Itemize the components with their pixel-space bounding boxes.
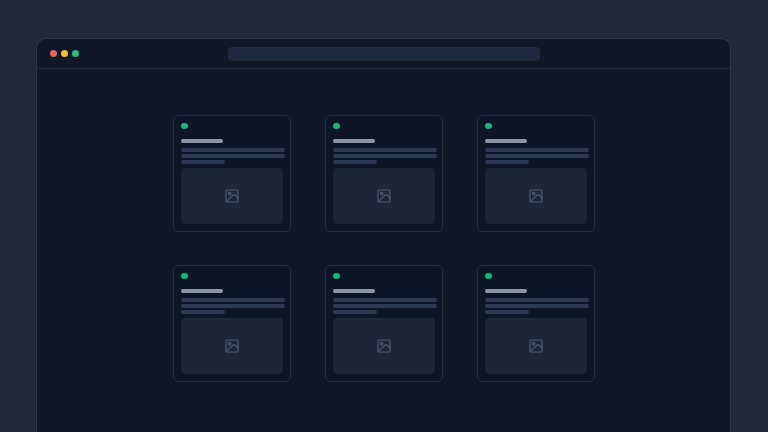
titlebar [37,39,730,69]
image-icon [528,338,544,354]
skeleton-line [485,310,529,314]
skeleton-card[interactable] [173,265,291,382]
skeleton-line [485,160,529,164]
skeleton-line [333,154,437,158]
image-placeholder [333,318,435,374]
skeleton-text-lines [485,289,587,318]
skeleton-text-lines [333,289,435,318]
status-dot [333,123,340,129]
skeleton-card[interactable] [325,265,443,382]
skeleton-text-lines [333,139,435,168]
skeleton-line [333,298,437,302]
page-content [37,69,730,382]
status-dot [485,273,492,279]
image-placeholder [485,168,587,224]
image-icon [224,188,240,204]
image-placeholder [181,168,283,224]
image-icon [376,188,392,204]
skeleton-line [181,160,225,164]
close-window-button[interactable] [50,50,57,57]
skeleton-line [485,298,589,302]
zoom-window-button[interactable] [72,50,79,57]
browser-window [36,38,731,432]
skeleton-line [333,139,375,143]
image-icon [528,188,544,204]
skeleton-line [181,148,285,152]
image-icon [376,338,392,354]
skeleton-line [181,154,285,158]
skeleton-line [181,298,285,302]
skeleton-line [485,148,589,152]
skeleton-line [181,304,285,308]
skeleton-line [485,154,589,158]
image-placeholder [485,318,587,374]
skeleton-card[interactable] [173,115,291,232]
skeleton-card[interactable] [477,265,595,382]
skeleton-line [333,304,437,308]
minimize-window-button[interactable] [61,50,68,57]
address-bar[interactable] [228,47,540,61]
status-dot [333,273,340,279]
skeleton-line [485,289,527,293]
status-dot [485,123,492,129]
skeleton-line [181,139,223,143]
traffic-lights [50,50,79,57]
skeleton-text-lines [181,139,283,168]
skeleton-text-lines [485,139,587,168]
skeleton-line [181,289,223,293]
skeleton-line [333,160,377,164]
image-placeholder [181,318,283,374]
skeleton-line [485,304,589,308]
skeleton-card[interactable] [325,115,443,232]
skeleton-line [333,310,377,314]
skeleton-line [333,289,375,293]
skeleton-line [181,310,225,314]
status-dot [181,123,188,129]
skeleton-line [333,148,437,152]
status-dot [181,273,188,279]
skeleton-line [485,139,527,143]
skeleton-card[interactable] [477,115,595,232]
card-grid [37,115,730,382]
image-placeholder [333,168,435,224]
skeleton-text-lines [181,289,283,318]
image-icon [224,338,240,354]
